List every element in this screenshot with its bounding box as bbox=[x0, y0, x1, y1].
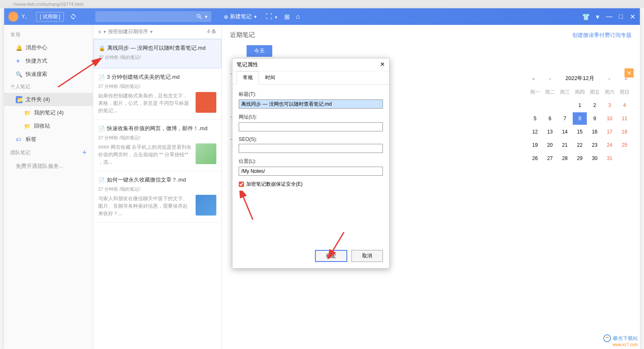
note-item[interactable]: 📄3 分钟创建格式美美的笔记.md 27 分钟前 /我的笔记/ 如果你想创建格式… bbox=[93, 68, 221, 120]
sidebar-item-folders[interactable]: 📁文件夹 (4) bbox=[4, 93, 93, 106]
content-title: 近期笔记 bbox=[230, 31, 255, 39]
sidebar-item-tags[interactable]: 🏷标签 bbox=[4, 133, 93, 146]
dropdown-icon[interactable]: ▾ bbox=[594, 13, 601, 20]
search-icon[interactable]: ▼ bbox=[196, 13, 208, 20]
search-icon: 🔍 bbox=[16, 71, 22, 78]
dialog-close-button[interactable]: ✕ bbox=[380, 61, 385, 68]
cal-day bbox=[558, 99, 572, 111]
cal-day[interactable]: 10 bbox=[603, 112, 617, 125]
cal-day[interactable]: 30 bbox=[588, 152, 602, 165]
rocket-icon: ✈ bbox=[16, 58, 22, 64]
expand-icon[interactable]: ⛶ ▼ bbox=[266, 13, 278, 21]
user-avatar[interactable] bbox=[8, 12, 18, 22]
close-button[interactable]: ✕ bbox=[629, 13, 636, 20]
cal-day[interactable]: 2 bbox=[588, 99, 602, 111]
cal-day[interactable]: 12 bbox=[528, 126, 542, 138]
input-seo[interactable] bbox=[239, 144, 383, 153]
sidebar-team-header: 团队笔记 bbox=[10, 149, 30, 156]
today-badge: 今天 bbox=[247, 45, 272, 57]
sync-icon[interactable] bbox=[70, 13, 77, 20]
input-url[interactable] bbox=[239, 122, 383, 131]
note-preview-text: #### 网页收藏 在手机上的浏览器里看到有价值的网页时，点击底端的 ** 分享… bbox=[98, 143, 192, 166]
cal-day[interactable]: 16 bbox=[588, 126, 602, 138]
cal-day[interactable]: 14 bbox=[558, 126, 572, 138]
calendar-close-button[interactable]: ✕ bbox=[625, 68, 634, 78]
cal-day[interactable]: 26 bbox=[528, 152, 542, 165]
cancel-button[interactable]: 取消 bbox=[351, 250, 383, 262]
cal-day[interactable]: 11 bbox=[617, 112, 632, 125]
home-icon[interactable]: ⌂ bbox=[296, 13, 300, 21]
tab-general[interactable]: 常规 bbox=[237, 71, 259, 85]
label-title: 标题(T): bbox=[239, 91, 383, 98]
cal-day[interactable]: 22 bbox=[573, 139, 587, 151]
bell-icon: 🔔 bbox=[16, 45, 22, 51]
note-icon: 📄 bbox=[98, 177, 105, 183]
sidebar-item-quicksearch[interactable]: 🔍快速搜索 bbox=[4, 68, 93, 81]
input-location[interactable] bbox=[239, 167, 383, 176]
cal-day bbox=[528, 99, 542, 111]
label-location: 位置(L): bbox=[239, 158, 383, 165]
maximize-button[interactable]: □ bbox=[617, 13, 624, 20]
sidebar: 常用 🔔消息中心 ✈快捷方式 🔍快速搜索 个人笔记 📁文件夹 (4) 📁我的笔记… bbox=[4, 25, 93, 349]
ok-button[interactable]: 确定 bbox=[315, 250, 347, 262]
note-item[interactable]: 📄如何一键永久收藏微信文章？.md 27 分钟前 /我的笔记/ 与家人和朋友在微… bbox=[93, 171, 221, 223]
username: Y。 bbox=[22, 13, 30, 20]
minimize-button[interactable]: — bbox=[606, 13, 613, 20]
cal-day[interactable]: 19 bbox=[528, 139, 542, 151]
cal-day[interactable]: 13 bbox=[543, 126, 557, 138]
cal-day[interactable]: 20 bbox=[543, 139, 557, 151]
cal-day[interactable]: 8 bbox=[573, 112, 587, 125]
checkbox-encrypt[interactable] bbox=[239, 182, 244, 187]
cal-day[interactable]: 23 bbox=[588, 139, 602, 151]
cal-day[interactable]: 24 bbox=[603, 139, 617, 151]
note-icon: 📄 bbox=[98, 126, 105, 132]
cal-day[interactable]: 31 bbox=[603, 152, 617, 165]
cal-prev-year[interactable]: « bbox=[532, 75, 535, 82]
sort-menu[interactable]: ≡▼ 按照创建日期排序 ▼ bbox=[98, 28, 153, 35]
grid-icon[interactable]: ⊞ bbox=[284, 13, 290, 21]
cal-day[interactable]: 18 bbox=[617, 126, 632, 138]
tab-time[interactable]: 时间 bbox=[259, 71, 281, 84]
cal-day[interactable]: 3 bbox=[603, 99, 617, 111]
note-icon: 📄 bbox=[98, 74, 105, 80]
search-box[interactable]: ▼ bbox=[95, 11, 211, 22]
team-add-button[interactable]: + bbox=[82, 148, 87, 157]
cal-day[interactable]: 5 bbox=[528, 112, 542, 125]
sidebar-item-mynotes[interactable]: 📁我的笔记 (4) bbox=[4, 106, 93, 119]
trial-badge: [ 试用期 ] bbox=[36, 12, 64, 22]
cal-day-header: 周四 bbox=[573, 86, 587, 98]
cal-day[interactable]: 27 bbox=[543, 152, 557, 165]
note-icon: 🔒 bbox=[99, 45, 105, 51]
cal-day[interactable]: 21 bbox=[558, 139, 572, 151]
note-item[interactable]: 🔒离线同步 — 没网也可以随时查看笔记.md 27 分钟前 /我的笔记/ bbox=[93, 39, 221, 68]
note-preview-text: 如果你想创建格式美美的，且包含文字，表格，图片，公式，甚至是 不同型号标题的笔记… bbox=[98, 92, 192, 114]
folder-icon: 📁 bbox=[16, 96, 22, 103]
cal-day[interactable]: 25 bbox=[617, 139, 632, 151]
cal-day[interactable]: 15 bbox=[573, 126, 587, 138]
cal-day[interactable]: 6 bbox=[543, 112, 557, 125]
input-title[interactable] bbox=[239, 99, 383, 109]
sidebar-item-recycle[interactable]: 📁回收站 bbox=[4, 119, 93, 133]
cal-day[interactable]: 4 bbox=[617, 99, 632, 111]
shirt-icon[interactable]: 👕 bbox=[583, 13, 589, 20]
cal-day[interactable]: 7 bbox=[558, 112, 572, 125]
dialog-title: 笔记属性 bbox=[237, 61, 258, 68]
note-item[interactable]: 📄快速收集有价值的网页，微博，邮件！.md 27 分钟前 /我的笔记/ ####… bbox=[93, 120, 221, 171]
watermark: 极光下载站 www.xz7.com bbox=[603, 334, 638, 347]
label-seo: SEO(S): bbox=[239, 136, 383, 142]
sidebar-item-messages[interactable]: 🔔消息中心 bbox=[4, 41, 93, 54]
cal-day-header: 周六 bbox=[603, 86, 617, 98]
cal-day[interactable]: 9 bbox=[588, 112, 602, 125]
cal-day[interactable]: 17 bbox=[603, 126, 617, 138]
sidebar-item-shortcut[interactable]: ✈快捷方式 bbox=[4, 54, 93, 68]
cal-next-month[interactable]: › bbox=[608, 75, 610, 82]
cal-day[interactable]: 29 bbox=[573, 152, 587, 165]
cal-prev-month[interactable]: ‹ bbox=[550, 75, 551, 82]
subscribe-link[interactable]: 创建微读季付费订阅专题 bbox=[572, 32, 632, 39]
cal-day bbox=[543, 99, 557, 111]
cal-day[interactable]: 1 bbox=[573, 99, 587, 111]
sidebar-item-teamfree[interactable]: 免费开通团队服务... bbox=[4, 160, 93, 173]
label-url: 网址(U): bbox=[239, 114, 383, 121]
cal-day[interactable]: 28 bbox=[558, 152, 572, 165]
new-note-button[interactable]: ⊕ 新建笔记 ▼ bbox=[224, 13, 257, 20]
